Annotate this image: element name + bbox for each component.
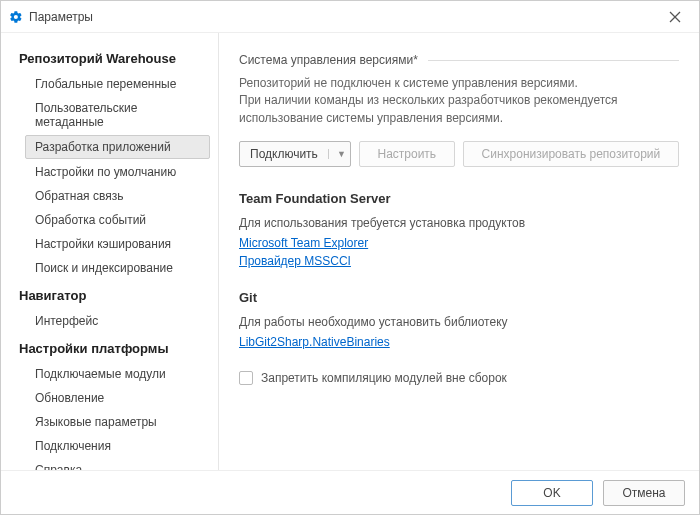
sidebar-item[interactable]: Интерфейс (1, 309, 218, 333)
sidebar-item[interactable]: Подключаемые модули (1, 362, 218, 386)
desc-line: Репозиторий не подключен к системе управ… (239, 76, 578, 90)
checkbox-row: Запретить компиляцию модулей вне сборок (239, 371, 679, 385)
sidebar-item[interactable]: Настройки по умолчанию (1, 160, 218, 184)
sidebar-item[interactable]: Обновление (1, 386, 218, 410)
sidebar-item[interactable]: Пользовательские метаданные (1, 96, 218, 134)
gear-icon (9, 10, 23, 24)
forbid-compile-checkbox[interactable] (239, 371, 253, 385)
footer: OK Отмена (1, 470, 699, 514)
sidebar: Репозиторий WarehouseГлобальные переменн… (1, 33, 219, 470)
title-bar: Параметры (1, 1, 699, 33)
tfs-title: Team Foundation Server (239, 191, 679, 206)
tfs-link-msscci[interactable]: Провайдер MSSCCI (239, 254, 679, 268)
git-desc: Для работы необходимо установить библиот… (239, 315, 679, 329)
divider (428, 60, 679, 61)
sidebar-item[interactable]: Разработка приложений (25, 135, 210, 159)
ok-button[interactable]: OK (511, 480, 593, 506)
checkbox-label: Запретить компиляцию модулей вне сборок (261, 371, 507, 385)
close-button[interactable] (659, 1, 691, 33)
cancel-button[interactable]: Отмена (603, 480, 685, 506)
sidebar-item[interactable]: Обратная связь (1, 184, 218, 208)
button-row: Подключить ▼ Настроить Синхронизировать … (239, 141, 679, 167)
configure-button[interactable]: Настроить (359, 141, 455, 167)
connect-button[interactable]: Подключить ▼ (239, 141, 351, 167)
window-title: Параметры (29, 10, 659, 24)
connect-label: Подключить (250, 147, 318, 161)
tfs-block: Team Foundation Server Для использования… (239, 191, 679, 268)
sidebar-item[interactable]: Справка (1, 458, 218, 470)
sidebar-item[interactable]: Глобальные переменные (1, 72, 218, 96)
sidebar-group-title: Настройки платформы (1, 333, 218, 362)
sidebar-group-title: Навигатор (1, 280, 218, 309)
tfs-link-explorer[interactable]: Microsoft Team Explorer (239, 236, 679, 250)
sidebar-item[interactable]: Настройки кэширования (1, 232, 218, 256)
desc-line: При наличии команды из нескольких разраб… (239, 93, 618, 124)
chevron-down-icon: ▼ (328, 149, 346, 159)
section-title: Система управления версиями* (239, 53, 418, 67)
tfs-desc: Для использования требуется установка пр… (239, 216, 679, 230)
sidebar-item[interactable]: Подключения (1, 434, 218, 458)
sidebar-item[interactable]: Поиск и индексирование (1, 256, 218, 280)
git-block: Git Для работы необходимо установить биб… (239, 290, 679, 349)
sync-button[interactable]: Синхронизировать репозиторий (463, 141, 679, 167)
sidebar-item[interactable]: Обработка событий (1, 208, 218, 232)
git-title: Git (239, 290, 679, 305)
content-pane: Система управления версиями* Репозиторий… (219, 33, 699, 470)
sidebar-group-title: Репозиторий Warehouse (1, 43, 218, 72)
sidebar-item[interactable]: Языковые параметры (1, 410, 218, 434)
settings-window: Параметры Репозиторий WarehouseГлобальны… (0, 0, 700, 515)
section-header: Система управления версиями* (239, 53, 679, 67)
section-description: Репозиторий не подключен к системе управ… (239, 75, 679, 127)
dialog-body: Репозиторий WarehouseГлобальные переменн… (1, 33, 699, 470)
git-link-libgit2sharp[interactable]: LibGit2Sharp.NativeBinaries (239, 335, 679, 349)
